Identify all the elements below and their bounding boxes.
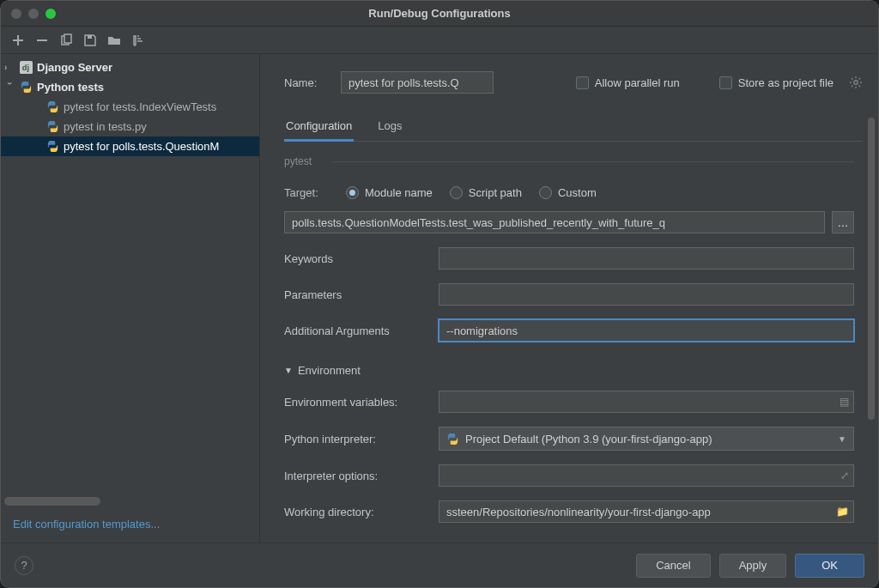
expand-icon[interactable]: ⤢	[840, 470, 849, 482]
zoom-window-button[interactable]	[45, 9, 56, 19]
tabs: Configuration Logs	[284, 114, 863, 142]
config-name-input[interactable]	[341, 71, 494, 94]
footer: ? Cancel Apply OK	[1, 543, 878, 587]
tree-label: pytest for tests.IndexViewTests	[64, 100, 216, 113]
radio-icon	[539, 186, 552, 199]
sidebar-hscrollbar[interactable]	[4, 497, 256, 506]
list-icon[interactable]: ▤	[840, 396, 849, 408]
pytest-icon	[45, 140, 59, 154]
radio-custom[interactable]: Custom	[539, 186, 597, 199]
checkbox-label: Store as project file	[738, 76, 834, 89]
sort-config-button[interactable]	[131, 33, 145, 47]
svg-rect-0	[37, 39, 47, 41]
envvars-label: Environment variables:	[284, 396, 425, 409]
envvars-input[interactable]	[439, 391, 854, 413]
radio-label: Script path	[469, 186, 522, 199]
toolbar	[1, 27, 878, 54]
main-area: › dj Django Server › Python tests pytest…	[1, 54, 878, 543]
edit-templates-link[interactable]: Edit configuration templates...	[13, 518, 160, 530]
folder-config-button[interactable]	[107, 33, 121, 47]
interpreter-options-label: Interpreter options:	[284, 470, 425, 482]
parameters-label: Parameters	[284, 288, 425, 301]
radio-label: Module name	[365, 186, 433, 199]
pytest-icon	[45, 120, 59, 134]
chevron-down-icon: ▼	[838, 434, 846, 444]
minimize-window-button[interactable]	[28, 9, 39, 19]
chevron-down-icon: ▼	[284, 366, 293, 375]
remove-config-button[interactable]	[35, 33, 49, 47]
store-as-project-checkbox[interactable]: Store as project file	[719, 76, 834, 89]
name-label: Name:	[284, 76, 329, 89]
scrollbar-thumb[interactable]	[4, 497, 100, 506]
keywords-input[interactable]	[439, 247, 854, 270]
target-label: Target:	[284, 186, 332, 199]
working-dir-label: Working directory:	[284, 506, 425, 518]
svg-rect-3	[88, 35, 92, 39]
python-icon	[19, 81, 33, 94]
titlebar: Run/Debug Configurations	[1, 1, 878, 27]
form-content: pytest Target: Module name Script path C…	[284, 142, 863, 543]
environment-section-toggle[interactable]: ▼ Environment	[284, 364, 854, 377]
radio-label: Custom	[558, 186, 597, 199]
help-button[interactable]: ?	[15, 556, 33, 575]
interpreter-select[interactable]: Project Default (Python 3.9 (your-first-…	[439, 427, 854, 451]
tree-item-test[interactable]: pytest for tests.IndexViewTests	[1, 97, 259, 117]
scrollbar-thumb[interactable]	[868, 118, 875, 420]
add-config-button[interactable]	[11, 33, 25, 47]
svg-rect-2	[64, 34, 71, 43]
additional-arguments-input[interactable]	[439, 319, 854, 342]
tree-item-django-server[interactable]: › dj Django Server	[1, 58, 259, 77]
gear-icon[interactable]	[849, 76, 863, 89]
config-panel: Name: Allow parallel run Store as projec…	[260, 54, 878, 543]
save-config-button[interactable]	[83, 33, 97, 47]
target-radio-group: Module name Script path Custom	[346, 186, 597, 199]
apply-button[interactable]: Apply	[719, 554, 787, 578]
cancel-button[interactable]: Cancel	[636, 554, 710, 578]
tab-configuration[interactable]: Configuration	[284, 114, 354, 142]
dialog-window: Run/Debug Configurations › dj Django Ser…	[0, 0, 879, 588]
radio-icon	[346, 186, 359, 199]
interpreter-label: Python interpreter:	[284, 433, 425, 446]
chevron-right-icon: ›	[4, 63, 15, 72]
tree-item-test[interactable]: pytest for polls.tests.QuestionM	[1, 136, 259, 156]
folder-icon[interactable]: 📁	[836, 506, 849, 518]
django-icon: dj	[19, 61, 33, 75]
working-dir-input[interactable]	[439, 500, 854, 523]
close-window-button[interactable]	[11, 9, 21, 19]
copy-config-button[interactable]	[59, 33, 73, 47]
python-icon	[446, 433, 459, 446]
tree-label: pytest in tests.py	[64, 120, 147, 133]
tree-label: Django Server	[37, 61, 112, 74]
radio-module-name[interactable]: Module name	[346, 186, 433, 199]
parameters-input[interactable]	[439, 283, 854, 306]
pytest-icon	[45, 100, 59, 114]
sidebar: › dj Django Server › Python tests pytest…	[1, 54, 260, 543]
config-tree: › dj Django Server › Python tests pytest…	[1, 54, 259, 494]
checkbox-box-icon	[719, 76, 732, 89]
radio-script-path[interactable]: Script path	[450, 186, 522, 199]
ok-button[interactable]: OK	[795, 554, 864, 578]
panel-vscrollbar[interactable]	[868, 118, 875, 537]
tree-label: Python tests	[37, 81, 104, 94]
tab-logs[interactable]: Logs	[376, 114, 403, 141]
svg-text:dj: dj	[21, 64, 28, 72]
window-controls	[11, 9, 56, 19]
svg-point-6	[854, 81, 858, 84]
checkbox-label: Allow parallel run	[595, 76, 680, 89]
select-value: Project Default (Python 3.9 (your-first-…	[465, 433, 712, 446]
window-title: Run/Debug Configurations	[1, 7, 878, 20]
tree-item-test[interactable]: pytest in tests.py	[1, 117, 259, 136]
target-browse-button[interactable]: …	[832, 211, 854, 233]
keywords-label: Keywords	[284, 252, 425, 265]
tree-item-python-tests[interactable]: › Python tests	[1, 77, 259, 97]
section-header-pytest: pytest	[284, 155, 312, 167]
tree-label: pytest for polls.tests.QuestionM	[64, 140, 219, 153]
target-input[interactable]	[284, 211, 825, 233]
radio-icon	[450, 186, 463, 199]
chevron-down-icon: ›	[5, 82, 15, 93]
interpreter-options-input[interactable]	[439, 464, 854, 487]
checkbox-box-icon	[576, 76, 589, 89]
allow-parallel-checkbox[interactable]: Allow parallel run	[576, 76, 680, 89]
additional-arguments-label: Additional Arguments	[284, 324, 425, 337]
section-header-environment: Environment	[298, 364, 361, 377]
